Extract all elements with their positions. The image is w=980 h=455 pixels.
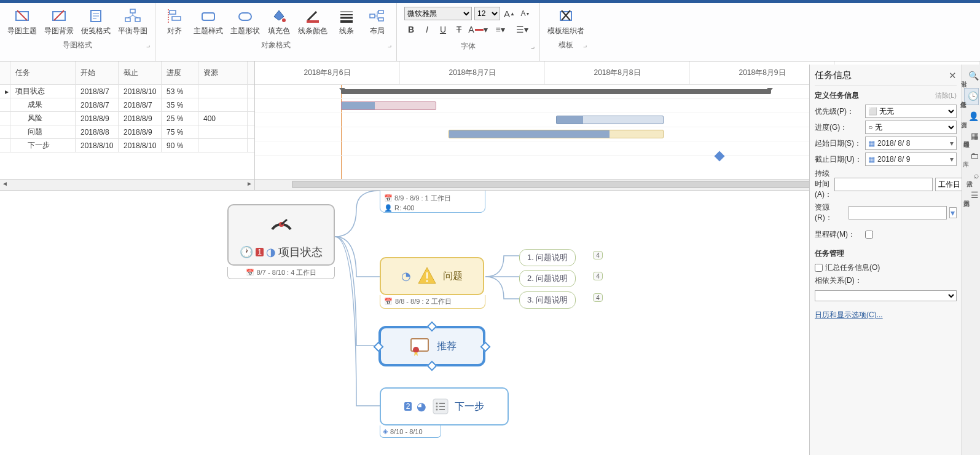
progress-icon: ◔ bbox=[401, 269, 411, 283]
btn-map-bg[interactable]: 导图背景 bbox=[41, 4, 77, 38]
btn-map-theme[interactable]: 导图主题 bbox=[4, 4, 41, 38]
resource-input[interactable] bbox=[849, 206, 947, 220]
ribbon-group-object-format: 对齐 主题样式 主题形状 填充色 线条颜色 bbox=[155, 3, 397, 61]
svg-rect-14 bbox=[202, 13, 214, 20]
side-tab[interactable]: ☰浏览器 bbox=[964, 188, 979, 204]
btn-font-color[interactable]: A▾ bbox=[468, 23, 488, 36]
btn-italic[interactable]: I bbox=[420, 23, 434, 36]
svg-rect-15 bbox=[239, 13, 251, 20]
clear-link[interactable]: 清除(L) bbox=[935, 91, 957, 100]
end-date-input[interactable]: ▦2018/ 8/ 9▾ bbox=[865, 152, 957, 166]
font-family-select[interactable]: 微软雅黑 bbox=[404, 7, 472, 20]
col-start[interactable]: 开始 bbox=[76, 61, 119, 84]
side-tab[interactable]: 🕒任务信息 bbox=[964, 88, 979, 105]
mm-sub-2[interactable]: 2. 问题说明 bbox=[519, 270, 576, 287]
svg-rect-22 bbox=[370, 14, 375, 18]
timeline-day: 2018年8月7日 bbox=[400, 61, 545, 84]
table-row[interactable]: 下一步 2018/8/10 2018/8/10 90 % bbox=[0, 139, 254, 152]
svg-point-39 bbox=[436, 409, 438, 411]
mm-root[interactable]: 🕐 1 ◑ 项目状态 bbox=[227, 204, 335, 266]
svg-rect-24 bbox=[378, 18, 383, 21]
clock-icon: 🕐 bbox=[240, 245, 253, 259]
mm-problem-date: 📅 8/8 - 8/9 : 2 工作日 bbox=[380, 295, 485, 309]
btn-fill-color[interactable]: 填充色 bbox=[264, 4, 294, 38]
ribbon-group-font: 微软雅黑 12 A▲ A▼ B I U T A▾ ≡▾ ☰▾ 字体 bbox=[397, 3, 540, 61]
mm-next-date: ◈ 8/10 - 8/10 bbox=[380, 425, 441, 438]
col-end[interactable]: 截止 bbox=[119, 61, 162, 84]
gantt-bar-summary[interactable] bbox=[341, 89, 771, 94]
panel-close-icon[interactable]: ✕ bbox=[949, 70, 957, 81]
btn-balance-map[interactable]: 平衡导图 bbox=[114, 4, 151, 38]
timeline-day: 2018年8月8日 bbox=[545, 61, 690, 84]
svg-rect-12 bbox=[172, 17, 181, 20]
task-hscroll[interactable] bbox=[0, 179, 254, 190]
mm-sub-3[interactable]: 3. 问题说明 bbox=[519, 291, 576, 309]
btn-note-format[interactable]: 便笺格式 bbox=[77, 4, 114, 38]
btn-underline[interactable]: U bbox=[436, 23, 450, 36]
svg-point-16 bbox=[282, 18, 286, 22]
resource-picker-btn[interactable]: ▾ bbox=[949, 207, 957, 218]
ribbon-group-map-format: 导图主题 导图背景 便笺格式 平衡导图 导图格式 bbox=[0, 3, 155, 61]
side-tab[interactable]: 🔍索引 bbox=[964, 68, 979, 84]
btn-lines[interactable]: 线条 bbox=[331, 4, 362, 38]
gantt-bar-2[interactable] bbox=[556, 116, 664, 124]
btn-theme-style[interactable]: 主题样式 bbox=[190, 4, 227, 38]
duration-input[interactable] bbox=[834, 178, 933, 191]
btn-layout[interactable]: 布局 bbox=[362, 4, 393, 38]
ribbon: 导图主题 导图背景 便笺格式 平衡导图 导图格式 bbox=[0, 3, 980, 61]
table-row[interactable]: 成果 2018/8/7 2018/8/7 35 % bbox=[0, 98, 254, 112]
mm-next[interactable]: 2 ◕ 下一步 bbox=[380, 387, 509, 425]
svg-point-35 bbox=[436, 403, 438, 405]
font-size-select[interactable]: 12 bbox=[474, 7, 500, 20]
priority-select[interactable]: ⬜ 无无 bbox=[865, 105, 957, 118]
depends-select[interactable] bbox=[815, 290, 957, 301]
mm-root-date: 📅 8/7 - 8/10 : 4 工作日 bbox=[227, 267, 335, 279]
calendar-options-link[interactable]: 日历和显示选项(C)... bbox=[815, 310, 883, 320]
certificate-icon bbox=[407, 335, 432, 357]
svg-rect-8 bbox=[130, 9, 135, 13]
progress-icon: ◑ bbox=[266, 245, 276, 259]
mm-recommend[interactable]: 推荐 bbox=[380, 327, 484, 365]
side-tab[interactable]: ▦导图组件 bbox=[964, 129, 979, 144]
btn-grow-font[interactable]: A▲ bbox=[503, 7, 516, 20]
btn-align[interactable]: 对齐 bbox=[159, 4, 190, 38]
svg-rect-23 bbox=[378, 10, 383, 14]
ribbon-group-template: 模板组织者 模板 bbox=[540, 3, 592, 61]
btn-align-text[interactable]: ≡▾ bbox=[490, 23, 510, 36]
side-tabs: 🔍索引🕒任务信息👤资源▦导图组件🗀库⌕搜索☰浏览器 bbox=[962, 65, 980, 455]
table-row[interactable]: 问题 2018/8/8 2018/8/9 75 % bbox=[0, 125, 254, 139]
mm-badge-1[interactable]: 4 bbox=[593, 251, 603, 259]
col-res[interactable]: 资源 bbox=[198, 61, 248, 84]
progress-select[interactable]: ○ 无 bbox=[865, 121, 957, 134]
svg-rect-11 bbox=[170, 10, 176, 14]
btn-list[interactable]: ☰▾ bbox=[512, 23, 532, 36]
svg-point-33 bbox=[413, 347, 419, 353]
mm-problem[interactable]: ◔ 问题 bbox=[380, 257, 484, 295]
milestone-checkbox[interactable] bbox=[865, 231, 873, 239]
timeline-day: 2018年8月6日 bbox=[255, 61, 400, 84]
gantt-bar-1[interactable] bbox=[341, 101, 436, 110]
side-tab[interactable]: 🗀库 bbox=[964, 148, 979, 164]
svg-rect-17 bbox=[307, 20, 319, 23]
start-date-input[interactable]: ▦2018/ 8/ 8▾ bbox=[865, 136, 957, 150]
btn-line-color[interactable]: 线条颜色 bbox=[294, 4, 331, 38]
mm-badge-2[interactable]: 4 bbox=[593, 272, 603, 280]
table-row[interactable]: ▸ 项目状态 2018/8/7 2018/8/10 53 % bbox=[0, 85, 254, 98]
btn-template-organizer[interactable]: 模板组织者 bbox=[544, 4, 588, 38]
btn-theme-shape[interactable]: 主题形状 bbox=[227, 4, 264, 38]
btn-bold[interactable]: B bbox=[404, 23, 418, 36]
gantt-bar-3[interactable] bbox=[449, 130, 664, 138]
mm-badge-3[interactable]: 4 bbox=[593, 293, 603, 302]
progress-icon: ◕ bbox=[417, 400, 426, 413]
btn-strike[interactable]: T bbox=[452, 23, 466, 36]
mm-sub-1[interactable]: 1. 问题说明 bbox=[519, 249, 576, 266]
col-prog[interactable]: 进度 bbox=[162, 61, 198, 84]
side-tab[interactable]: 👤资源 bbox=[964, 109, 979, 125]
side-tab[interactable]: ⌕搜索 bbox=[964, 168, 979, 184]
svg-rect-9 bbox=[125, 18, 130, 22]
col-name[interactable]: 任务 bbox=[10, 61, 76, 84]
btn-shrink-font[interactable]: A▼ bbox=[519, 7, 532, 20]
mm-risk-date: 📅 8/9 - 8/9 : 1 工作日 👤 R: 400 bbox=[380, 191, 485, 213]
table-row[interactable]: 风险 2018/8/9 2018/8/9 25 % 400 bbox=[0, 112, 254, 125]
summary-checkbox[interactable] bbox=[815, 264, 823, 272]
